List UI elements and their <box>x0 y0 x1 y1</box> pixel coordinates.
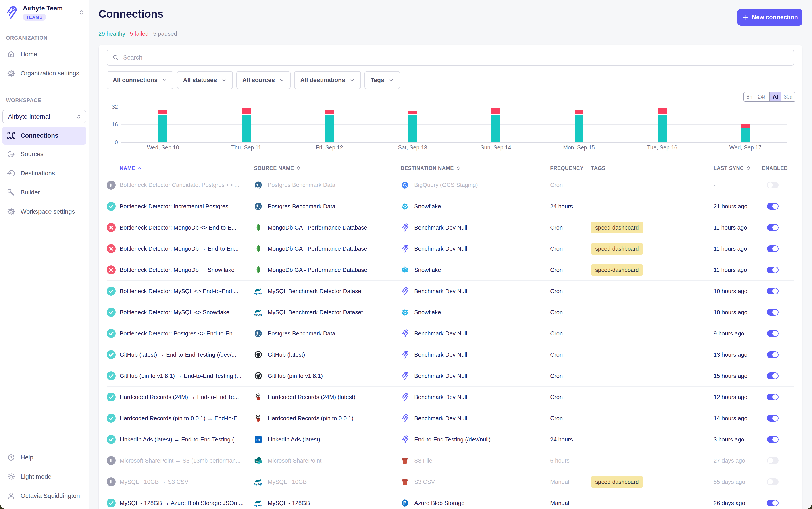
source-cell[interactable]: Hardcoded Records (pin to 0.0.1) <box>254 414 401 422</box>
enabled-toggle[interactable] <box>767 457 779 464</box>
filter-all-destinations[interactable]: All destinations <box>294 71 361 89</box>
column-header-destination-name[interactable]: DESTINATION NAME <box>401 165 550 171</box>
time-range-30d[interactable]: 30d <box>781 92 795 101</box>
table-row[interactable]: Bottleneck Detector: MongoDb → End-to-En… <box>107 238 794 259</box>
destination-cell[interactable]: Benchmark Dev Null <box>401 414 550 422</box>
table-row[interactable]: GitHub (latest) → End-to-End Testing (/d… <box>107 344 794 365</box>
connection-name[interactable]: Microsoft SharePoint → S3 (13mb performa… <box>120 457 254 464</box>
connection-name[interactable]: Bottleneck Detector: MySQL <> Snowflake <box>120 309 254 316</box>
connection-name[interactable]: Bottleneck Detector: MySQL <> End-to-End… <box>120 288 254 295</box>
enabled-toggle[interactable] <box>767 500 779 506</box>
table-row[interactable]: Bottleneck Detector: MongoDb <> End-to-E… <box>107 217 794 238</box>
enabled-toggle[interactable] <box>767 224 779 231</box>
filter-all-connections[interactable]: All connections <box>107 71 173 89</box>
connection-name[interactable]: Bottleneck Detector: MongoDb <> End-to-E… <box>120 224 254 231</box>
connection-name[interactable]: Hardcoded Records (pin to 0.0.1) → End-t… <box>120 415 254 422</box>
filter-all-sources[interactable]: All sources <box>236 71 291 89</box>
source-cell[interactable]: Postgres Benchmark Data <box>254 202 401 210</box>
column-header-tags[interactable]: TAGS <box>591 165 714 171</box>
enabled-toggle[interactable] <box>767 436 779 443</box>
chart-bar-group[interactable] <box>538 107 621 142</box>
workspace-selector[interactable]: Airbyte Internal <box>2 110 86 123</box>
destination-cell[interactable]: Benchmark Dev Null <box>401 393 550 401</box>
connection-name[interactable]: GitHub (pin to v1.8.1) → End-to-End Test… <box>120 373 254 379</box>
table-row[interactable]: Hardcoded Records (24M) → End-to-End Te.… <box>107 386 794 408</box>
table-row[interactable]: Microsoft SharePoint → S3 (13mb performa… <box>107 450 794 471</box>
chart-bar-group[interactable] <box>621 107 704 142</box>
destination-cell[interactable]: Benchmark Dev Null <box>401 244 550 253</box>
destination-cell[interactable]: Benchmark Dev Null <box>401 372 550 380</box>
table-row[interactable]: LinkedIn Ads (latest) → End-to-End Testi… <box>107 429 794 450</box>
enabled-toggle[interactable] <box>767 351 779 358</box>
column-header-frequency[interactable]: FREQUENCY <box>550 165 591 171</box>
destination-cell[interactable]: Snowflake <box>401 308 550 316</box>
sidebar-item-connections[interactable]: Connections <box>2 127 86 144</box>
source-cell[interactable]: Postgres Benchmark Data <box>254 329 401 338</box>
enabled-toggle[interactable] <box>767 309 779 316</box>
enabled-toggle[interactable] <box>767 373 779 379</box>
connection-name[interactable]: Bottleneck Detector: MongoDb → Snowflake <box>120 267 254 273</box>
search-input[interactable] <box>123 54 789 61</box>
connection-name[interactable]: Bottleneck Detector Candidate: Postgres … <box>120 181 254 189</box>
sidebar-item-workspace-settings[interactable]: Workspace settings <box>0 202 89 221</box>
destination-cell[interactable]: Benchmark Dev Null <box>401 223 550 232</box>
table-row[interactable]: GitHub (pin to v1.8.1) → End-to-End Test… <box>107 365 794 386</box>
source-cell[interactable]: MySQL - 128GB <box>254 499 401 507</box>
connection-name[interactable]: LinkedIn Ads (latest) → End-to-End Testi… <box>120 436 254 443</box>
source-cell[interactable]: MySQL Benchmark Detector Dataset <box>254 308 401 316</box>
connection-name[interactable]: GitHub (latest) → End-to-End Testing (/d… <box>120 351 254 358</box>
sidebar-item-sources[interactable]: Sources <box>0 144 89 164</box>
sidebar-item-help[interactable]: Help <box>0 448 89 467</box>
destination-cell[interactable]: S3 File <box>401 456 550 465</box>
destination-cell[interactable]: Azure Blob Storage <box>401 499 550 507</box>
destination-cell[interactable]: Benchmark Dev Null <box>401 329 550 338</box>
table-row[interactable]: Bottleneck Detector Candidate: Postgres … <box>107 174 794 196</box>
sidebar-item-organization-settings[interactable]: Organization settings <box>0 64 89 83</box>
source-cell[interactable]: Microsoft SharePoint <box>254 456 401 465</box>
time-range-6h[interactable]: 6h <box>744 92 755 101</box>
enabled-toggle[interactable] <box>767 245 779 252</box>
table-row[interactable]: Bottleneck Detector: Postgres <> End-to-… <box>107 323 794 344</box>
chart-bar-group[interactable] <box>288 107 371 142</box>
source-cell[interactable]: GitHub (latest) <box>254 350 401 359</box>
table-row[interactable]: Bottleneck Detector: Incremental Postgre… <box>107 196 794 217</box>
connection-name[interactable]: Bottleneck Detector: Incremental Postgre… <box>120 203 254 210</box>
filter-tags[interactable]: Tags <box>364 71 400 89</box>
org-switcher[interactable]: Airbyte Team TEAMS <box>0 0 89 25</box>
destination-cell[interactable]: Benchmark Dev Null <box>401 287 550 295</box>
column-header-name[interactable]: NAME <box>120 165 254 171</box>
enabled-toggle[interactable] <box>767 415 779 421</box>
column-header-source-name[interactable]: SOURCE NAME <box>254 165 401 171</box>
enabled-toggle[interactable] <box>767 267 779 273</box>
time-range-7d[interactable]: 7d <box>769 92 781 101</box>
sidebar-item-user[interactable]: Octavia Squiddington <box>0 486 89 505</box>
destination-cell[interactable]: Snowflake <box>401 202 550 210</box>
table-row[interactable]: MySQL - 10GB → S3 CSVMySQL - 10GBS3 CSVM… <box>107 471 794 492</box>
source-cell[interactable]: MongoDb GA - Performance Database <box>254 244 401 253</box>
chart-bar-group[interactable] <box>454 107 538 142</box>
connection-name[interactable]: Bottleneck Detector: Postgres <> End-to-… <box>120 330 254 337</box>
enabled-toggle[interactable] <box>767 182 779 189</box>
source-cell[interactable]: Postgres Benchmark Data <box>254 181 401 190</box>
destination-cell[interactable]: Benchmark Dev Null <box>401 350 550 359</box>
enabled-toggle[interactable] <box>767 288 779 295</box>
table-row[interactable]: Bottleneck Detector: MySQL <> End-to-End… <box>107 280 794 302</box>
column-header-last-sync[interactable]: LAST SYNC <box>714 165 767 171</box>
sidebar-item-home[interactable]: Home <box>0 45 89 64</box>
sidebar-item-destinations[interactable]: Destinations <box>0 164 89 183</box>
enabled-toggle[interactable] <box>767 478 779 485</box>
destination-cell[interactable]: S3 CSV <box>401 478 550 486</box>
connection-name[interactable]: Bottleneck Detector: MongoDb → End-to-En… <box>120 245 254 252</box>
sidebar-item-builder[interactable]: Builder <box>0 183 89 202</box>
connection-name[interactable]: Hardcoded Records (24M) → End-to-End Te.… <box>120 394 254 401</box>
chart-bar-group[interactable] <box>704 107 787 142</box>
filter-all-statuses[interactable]: All statuses <box>177 71 233 89</box>
destination-cell[interactable]: Snowflake <box>401 266 550 274</box>
enabled-toggle[interactable] <box>767 203 779 210</box>
connection-name[interactable]: MySQL - 128GB → Azure Blob Storage JSOn … <box>120 500 254 507</box>
org-switcher-chevron-icon[interactable] <box>78 9 85 16</box>
source-cell[interactable]: MySQL - 10GB <box>254 478 401 486</box>
source-cell[interactable]: MySQL Benchmark Detector Dataset <box>254 287 401 295</box>
chart-bar-group[interactable] <box>122 107 205 142</box>
source-cell[interactable]: Hardcoded Records (24M) (latest) <box>254 393 401 401</box>
